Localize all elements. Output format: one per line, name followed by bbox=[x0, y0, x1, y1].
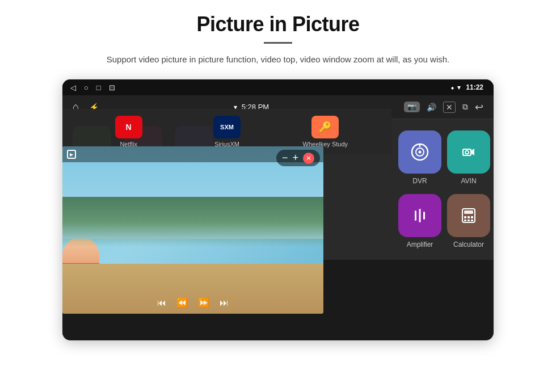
svg-rect-13 bbox=[471, 216, 473, 218]
status-time: 11:22 bbox=[466, 83, 483, 91]
title-divider bbox=[264, 42, 292, 44]
svg-point-5 bbox=[465, 151, 469, 154]
pip-video-overlay[interactable]: ▶ − + ✕ ⏮ ⏪ ⏩ ⏭ bbox=[62, 146, 323, 314]
app-item-wheelkey[interactable]: 🔑 Wheelkey Study bbox=[297, 116, 353, 147]
app-grid-dvr[interactable]: DVR bbox=[398, 130, 441, 185]
pip-playback-controls: ⏮ ⏪ ⏩ ⏭ bbox=[157, 297, 229, 308]
step-back-button[interactable]: ⏪ bbox=[176, 297, 188, 308]
pip-record-icon: ▶ bbox=[67, 150, 76, 159]
pip-resize-controls: − + ✕ bbox=[276, 150, 320, 166]
rewind-button[interactable]: ⏮ bbox=[157, 298, 166, 308]
app-grid-amplifier[interactable]: Amplifier bbox=[398, 194, 441, 248]
svg-rect-14 bbox=[464, 220, 466, 221]
svg-rect-8 bbox=[423, 212, 425, 220]
home-nav-icon[interactable]: ○ bbox=[84, 83, 89, 92]
avin-icon bbox=[447, 130, 490, 174]
wifi-status-icon: ▾ bbox=[457, 84, 461, 91]
svg-rect-11 bbox=[464, 216, 466, 218]
volume-icon[interactable]: 🔊 bbox=[427, 103, 436, 112]
app-item-netflix[interactable]: N Netflix bbox=[100, 116, 157, 147]
calculator-icon bbox=[447, 194, 490, 237]
close-toolbar-icon[interactable]: ✕ bbox=[443, 102, 456, 113]
pip-toolbar-icon[interactable]: ⧉ bbox=[462, 102, 468, 112]
recents-nav-icon[interactable]: □ bbox=[96, 83, 101, 92]
app-grid-calculator[interactable]: Calculator bbox=[447, 194, 490, 248]
status-bar-left: ◁ ○ □ ⊡ bbox=[70, 83, 115, 92]
status-bar-right: ⬥ ▾ 11:22 bbox=[450, 83, 483, 91]
dvr-label: DVR bbox=[412, 177, 427, 185]
app-grid-avin[interactable]: AVIN bbox=[447, 130, 490, 185]
back-nav-icon[interactable]: ◁ bbox=[70, 83, 76, 92]
calculator-label: Calculator bbox=[453, 241, 484, 248]
apps-left: ▶ − + ✕ ⏮ ⏪ ⏩ ⏭ bbox=[62, 119, 391, 154]
step-forward-button[interactable]: ⏩ bbox=[198, 297, 209, 308]
pip-plus-button[interactable]: + bbox=[292, 152, 298, 164]
pip-video-content bbox=[62, 146, 323, 314]
toolbar-right: 📷 🔊 ✕ ⧉ ↩ bbox=[404, 101, 483, 113]
svg-point-2 bbox=[419, 151, 422, 154]
svg-rect-6 bbox=[415, 210, 416, 221]
camera-button[interactable]: 📷 bbox=[404, 102, 420, 112]
siriusxm-icon: SXM bbox=[213, 116, 241, 138]
page-subtitle: Support video picture in picture functio… bbox=[107, 53, 449, 66]
back-toolbar-icon[interactable]: ↩ bbox=[475, 101, 483, 113]
app-item-siriusxm[interactable]: SXM SiriusXM bbox=[199, 116, 255, 147]
netflix-icon: N bbox=[115, 116, 142, 138]
wheelkey-icon: 🔑 bbox=[311, 116, 339, 138]
pip-minus-button[interactable]: − bbox=[282, 152, 288, 164]
device-frame: ◁ ○ □ ⊡ ⬥ ▾ 11:22 ⌂ ⚡ ▾ 5:28 PM 📷 bbox=[62, 79, 494, 340]
page-container: Picture in Picture Support video picture… bbox=[0, 0, 556, 392]
amplifier-label: Amplifier bbox=[407, 241, 433, 248]
location-icon: ⬥ bbox=[450, 84, 454, 91]
fast-forward-button[interactable]: ⏭ bbox=[220, 298, 229, 308]
svg-rect-15 bbox=[467, 220, 470, 221]
svg-rect-10 bbox=[464, 210, 473, 214]
amplifier-icon bbox=[398, 194, 441, 237]
svg-rect-12 bbox=[467, 216, 470, 218]
pip-close-button[interactable]: ✕ bbox=[303, 153, 314, 164]
avin-label: AVIN bbox=[461, 177, 476, 185]
status-bar: ◁ ○ □ ⊡ ⬥ ▾ 11:22 bbox=[62, 79, 494, 95]
beach-trees bbox=[62, 197, 323, 247]
svg-rect-7 bbox=[419, 209, 421, 222]
bookmark-nav-icon[interactable]: ⊡ bbox=[109, 83, 115, 92]
page-title: Picture in Picture bbox=[196, 12, 359, 36]
svg-rect-16 bbox=[471, 220, 473, 221]
apps-right: DVR AVIN bbox=[391, 119, 494, 260]
main-area: ▶ − + ✕ ⏮ ⏪ ⏩ ⏭ bbox=[62, 119, 494, 260]
dvr-icon bbox=[398, 130, 441, 174]
